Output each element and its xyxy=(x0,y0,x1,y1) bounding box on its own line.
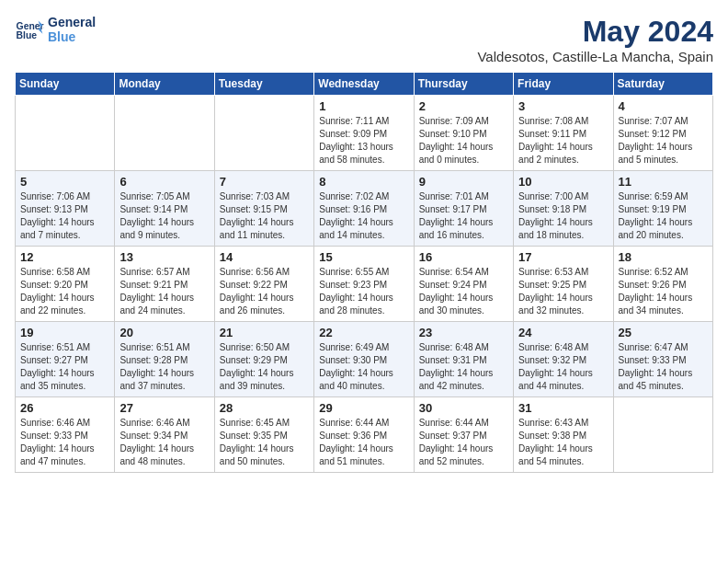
day-number: 24 xyxy=(518,326,608,339)
day-number: 12 xyxy=(20,250,109,264)
day-number: 6 xyxy=(119,175,209,189)
location-title: Valdesotos, Castille-La Mancha, Spain xyxy=(477,49,713,64)
calendar-cell: 12Sunrise: 6:58 AMSunset: 9:20 PMDayligh… xyxy=(16,247,115,322)
cell-info: Sunrise: 6:59 AMSunset: 9:19 PMDaylight:… xyxy=(619,190,708,242)
cell-info: Sunrise: 6:50 AMSunset: 9:29 PMDaylight:… xyxy=(220,341,309,393)
calendar-cell: 17Sunrise: 6:53 AMSunset: 9:25 PMDayligh… xyxy=(514,247,613,322)
calendar-cell: 1Sunrise: 7:11 AMSunset: 9:09 PMDaylight… xyxy=(314,96,414,171)
page-header: General Blue General Blue May 2024 Valde… xyxy=(15,15,713,64)
cell-info: Sunrise: 6:58 AMSunset: 9:20 PMDaylight:… xyxy=(20,266,109,317)
calendar-cell: 20Sunrise: 6:51 AMSunset: 9:28 PMDayligh… xyxy=(115,322,214,397)
day-number: 26 xyxy=(20,401,109,415)
day-number: 22 xyxy=(319,326,408,339)
day-number: 7 xyxy=(220,175,309,189)
calendar-cell xyxy=(115,96,214,171)
calendar-week-row: 1Sunrise: 7:11 AMSunset: 9:09 PMDaylight… xyxy=(16,96,713,171)
calendar-cell: 5Sunrise: 7:06 AMSunset: 9:13 PMDaylight… xyxy=(16,171,115,247)
cell-info: Sunrise: 6:55 AMSunset: 9:23 PMDaylight:… xyxy=(319,266,408,317)
day-header-saturday: Saturday xyxy=(613,73,712,96)
cell-info: Sunrise: 6:45 AMSunset: 9:35 PMDaylight:… xyxy=(220,417,309,468)
cell-info: Sunrise: 6:44 AMSunset: 9:37 PMDaylight:… xyxy=(419,417,508,468)
day-number: 27 xyxy=(119,401,209,415)
calendar-cell: 21Sunrise: 6:50 AMSunset: 9:29 PMDayligh… xyxy=(214,322,313,397)
cell-info: Sunrise: 6:43 AMSunset: 9:38 PMDaylight:… xyxy=(518,417,608,468)
cell-info: Sunrise: 6:46 AMSunset: 9:34 PMDaylight:… xyxy=(119,417,209,468)
cell-info: Sunrise: 6:48 AMSunset: 9:31 PMDaylight:… xyxy=(419,341,508,393)
calendar-cell: 11Sunrise: 6:59 AMSunset: 9:19 PMDayligh… xyxy=(613,171,712,247)
day-number: 10 xyxy=(518,175,608,189)
calendar-week-row: 12Sunrise: 6:58 AMSunset: 9:20 PMDayligh… xyxy=(16,247,713,322)
calendar-cell: 27Sunrise: 6:46 AMSunset: 9:34 PMDayligh… xyxy=(115,397,214,473)
cell-info: Sunrise: 6:51 AMSunset: 9:28 PMDaylight:… xyxy=(119,341,209,393)
cell-info: Sunrise: 7:03 AMSunset: 9:15 PMDaylight:… xyxy=(220,190,309,242)
logo-line2: Blue xyxy=(48,29,96,44)
cell-info: Sunrise: 7:07 AMSunset: 9:12 PMDaylight:… xyxy=(619,115,708,167)
day-number: 30 xyxy=(419,401,508,415)
day-header-friday: Friday xyxy=(514,73,613,96)
calendar-cell: 3Sunrise: 7:08 AMSunset: 9:11 PMDaylight… xyxy=(514,96,613,171)
cell-info: Sunrise: 7:08 AMSunset: 9:11 PMDaylight:… xyxy=(518,115,608,167)
cell-info: Sunrise: 6:44 AMSunset: 9:36 PMDaylight:… xyxy=(319,417,408,468)
calendar-cell: 6Sunrise: 7:05 AMSunset: 9:14 PMDaylight… xyxy=(115,171,214,247)
cell-info: Sunrise: 7:09 AMSunset: 9:10 PMDaylight:… xyxy=(419,115,508,167)
cell-info: Sunrise: 6:52 AMSunset: 9:26 PMDaylight:… xyxy=(619,266,708,317)
cell-info: Sunrise: 6:48 AMSunset: 9:32 PMDaylight:… xyxy=(518,341,608,393)
cell-info: Sunrise: 7:00 AMSunset: 9:18 PMDaylight:… xyxy=(518,190,608,242)
day-number: 18 xyxy=(619,250,708,264)
title-block: May 2024 Valdesotos, Castille-La Mancha,… xyxy=(477,15,713,64)
calendar-cell: 29Sunrise: 6:44 AMSunset: 9:36 PMDayligh… xyxy=(314,397,414,473)
day-number: 29 xyxy=(319,401,408,415)
calendar-cell: 8Sunrise: 7:02 AMSunset: 9:16 PMDaylight… xyxy=(314,171,414,247)
cell-info: Sunrise: 6:49 AMSunset: 9:30 PMDaylight:… xyxy=(319,341,408,393)
calendar-cell: 25Sunrise: 6:47 AMSunset: 9:33 PMDayligh… xyxy=(613,322,712,397)
calendar-cell: 13Sunrise: 6:57 AMSunset: 9:21 PMDayligh… xyxy=(115,247,214,322)
cell-info: Sunrise: 7:05 AMSunset: 9:14 PMDaylight:… xyxy=(119,190,209,242)
day-header-tuesday: Tuesday xyxy=(214,73,313,96)
day-number: 16 xyxy=(419,250,508,264)
calendar-week-row: 5Sunrise: 7:06 AMSunset: 9:13 PMDaylight… xyxy=(16,171,713,247)
day-header-thursday: Thursday xyxy=(414,73,513,96)
cell-info: Sunrise: 7:02 AMSunset: 9:16 PMDaylight:… xyxy=(319,190,408,242)
cell-info: Sunrise: 6:54 AMSunset: 9:24 PMDaylight:… xyxy=(419,266,508,317)
calendar-cell: 26Sunrise: 6:46 AMSunset: 9:33 PMDayligh… xyxy=(16,397,115,473)
calendar-week-row: 26Sunrise: 6:46 AMSunset: 9:33 PMDayligh… xyxy=(16,397,713,473)
calendar-cell: 2Sunrise: 7:09 AMSunset: 9:10 PMDaylight… xyxy=(414,96,513,171)
calendar-cell xyxy=(214,96,313,171)
calendar-cell: 9Sunrise: 7:01 AMSunset: 9:17 PMDaylight… xyxy=(414,171,513,247)
cell-info: Sunrise: 6:46 AMSunset: 9:33 PMDaylight:… xyxy=(20,417,109,468)
logo-icon: General Blue xyxy=(15,15,44,44)
day-header-monday: Monday xyxy=(115,73,214,96)
day-number: 21 xyxy=(220,326,309,339)
calendar-table: SundayMondayTuesdayWednesdayThursdayFrid… xyxy=(15,72,713,473)
day-number: 3 xyxy=(518,99,608,113)
day-number: 13 xyxy=(119,250,209,264)
calendar-cell: 22Sunrise: 6:49 AMSunset: 9:30 PMDayligh… xyxy=(314,322,414,397)
day-number: 25 xyxy=(619,326,708,339)
day-number: 17 xyxy=(518,250,608,264)
calendar-cell: 7Sunrise: 7:03 AMSunset: 9:15 PMDaylight… xyxy=(214,171,313,247)
day-number: 14 xyxy=(220,250,309,264)
day-number: 4 xyxy=(619,99,708,113)
calendar-cell: 16Sunrise: 6:54 AMSunset: 9:24 PMDayligh… xyxy=(414,247,513,322)
day-number: 9 xyxy=(419,175,508,189)
day-number: 2 xyxy=(419,99,508,113)
day-header-wednesday: Wednesday xyxy=(314,73,414,96)
day-header-sunday: Sunday xyxy=(16,73,115,96)
day-number: 31 xyxy=(518,401,608,415)
calendar-cell: 19Sunrise: 6:51 AMSunset: 9:27 PMDayligh… xyxy=(16,322,115,397)
day-number: 23 xyxy=(419,326,508,339)
calendar-header-row: SundayMondayTuesdayWednesdayThursdayFrid… xyxy=(16,73,713,96)
calendar-cell: 14Sunrise: 6:56 AMSunset: 9:22 PMDayligh… xyxy=(214,247,313,322)
day-number: 1 xyxy=(319,99,408,113)
calendar-cell: 10Sunrise: 7:00 AMSunset: 9:18 PMDayligh… xyxy=(514,171,613,247)
cell-info: Sunrise: 6:57 AMSunset: 9:21 PMDaylight:… xyxy=(119,266,209,317)
cell-info: Sunrise: 6:53 AMSunset: 9:25 PMDaylight:… xyxy=(518,266,608,317)
calendar-cell: 4Sunrise: 7:07 AMSunset: 9:12 PMDaylight… xyxy=(613,96,712,171)
calendar-cell: 18Sunrise: 6:52 AMSunset: 9:26 PMDayligh… xyxy=(613,247,712,322)
day-number: 5 xyxy=(20,175,109,189)
calendar-cell: 24Sunrise: 6:48 AMSunset: 9:32 PMDayligh… xyxy=(514,322,613,397)
cell-info: Sunrise: 6:56 AMSunset: 9:22 PMDaylight:… xyxy=(220,266,309,317)
day-number: 15 xyxy=(319,250,408,264)
calendar-cell: 31Sunrise: 6:43 AMSunset: 9:38 PMDayligh… xyxy=(514,397,613,473)
calendar-week-row: 19Sunrise: 6:51 AMSunset: 9:27 PMDayligh… xyxy=(16,322,713,397)
